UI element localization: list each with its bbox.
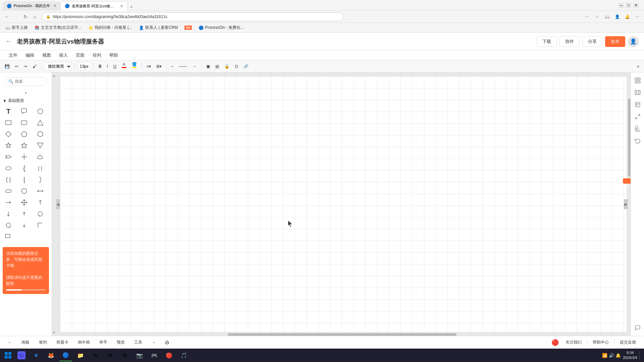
notification-icon[interactable]: 🔔 bbox=[615, 353, 621, 358]
lock-button[interactable]: 🔒 bbox=[222, 62, 231, 71]
to-back-button[interactable]: ▤ bbox=[213, 62, 221, 71]
taskbar-media[interactable]: 🎵 bbox=[177, 349, 191, 361]
link-button[interactable]: 🔗 bbox=[241, 62, 251, 71]
shape-brace-left[interactable]: { bbox=[18, 163, 30, 173]
taskbar-ie[interactable]: e bbox=[30, 349, 43, 361]
shape-triangle[interactable] bbox=[35, 118, 46, 128]
help-center-button[interactable]: 帮助中心 bbox=[589, 338, 613, 347]
shape-hexagon[interactable] bbox=[35, 129, 46, 139]
distribute-button[interactable]: ⊞▾ bbox=[154, 62, 164, 71]
scrollbar-thumb-h[interactable] bbox=[228, 333, 457, 336]
attachment-button[interactable] bbox=[632, 123, 643, 134]
shape-corner-l[interactable] bbox=[35, 220, 46, 230]
taskbar-cortana[interactable]: ⬡ bbox=[15, 349, 28, 361]
group-button[interactable]: ⊡ bbox=[233, 62, 240, 71]
bookmark-survey[interactable]: ⭐ 我的问卷 - 问卷星 (... bbox=[86, 24, 135, 31]
italic-button[interactable]: I bbox=[105, 62, 110, 71]
font-size-input[interactable] bbox=[77, 62, 91, 70]
system-clock[interactable]: 9:34 2020/3/4 bbox=[623, 350, 637, 361]
menu-arrange[interactable]: 排列 bbox=[89, 51, 105, 60]
show-desktop-button[interactable] bbox=[639, 351, 641, 359]
extensions-button[interactable]: ⋯ bbox=[583, 13, 591, 21]
shape-line[interactable]: | bbox=[18, 175, 30, 185]
close-button[interactable]: ✕ bbox=[633, 3, 639, 8]
shape-cross[interactable] bbox=[18, 152, 30, 162]
canvas-mode-button[interactable]: 画板 bbox=[17, 338, 34, 347]
scrollbar-thumb-v[interactable] bbox=[628, 99, 631, 177]
shape-text[interactable]: T bbox=[3, 106, 14, 116]
history-button[interactable] bbox=[632, 135, 643, 146]
home-button[interactable]: ⌂ bbox=[31, 13, 39, 21]
shape-oval[interactable] bbox=[3, 163, 14, 173]
canvas-area[interactable]: ◀ ▶ bbox=[56, 72, 631, 336]
shape-loop-cw[interactable] bbox=[3, 220, 14, 230]
bookmark-dict[interactable]: 📚 文言文字典|古汉语字... bbox=[32, 24, 84, 31]
taskbar-store[interactable]: 🛍 bbox=[103, 349, 117, 361]
shape-up-arrow[interactable] bbox=[35, 197, 46, 207]
reader-button[interactable]: 📖 bbox=[603, 13, 611, 21]
collapse-toolbar-button[interactable]: » bbox=[635, 62, 641, 71]
canvas-inner[interactable] bbox=[60, 76, 627, 332]
raise-hand-button[interactable]: 举手 bbox=[95, 338, 111, 347]
browser-tab-2[interactable]: 🔵 老男孩教育-阿里云vs物理服务器... ✕ bbox=[60, 1, 127, 11]
shape-rect[interactable] bbox=[3, 118, 14, 128]
fullscreen-button[interactable] bbox=[632, 111, 643, 122]
answer-card-button[interactable]: 答题卡 bbox=[52, 338, 72, 347]
scroll-up-button[interactable]: ▲ bbox=[0, 90, 52, 95]
menu-file[interactable]: 文件 bbox=[5, 51, 21, 60]
bookmark-processon[interactable]: 🔵 ProcessOn - 免费在... bbox=[196, 24, 247, 31]
account-button[interactable]: 👤 bbox=[613, 13, 621, 21]
shapes-category-basic[interactable]: ▼ 基础图形 bbox=[3, 97, 49, 105]
avatar[interactable]: 👤 bbox=[628, 36, 639, 47]
shape-callout[interactable] bbox=[18, 106, 30, 116]
shape-up-small[interactable] bbox=[18, 209, 30, 219]
shape-brace-both[interactable]: { } bbox=[35, 163, 46, 173]
horizontal-scrollbar[interactable] bbox=[56, 333, 628, 336]
menu-page[interactable]: 页面 bbox=[72, 51, 88, 60]
taskbar-camera[interactable]: 📷 bbox=[133, 349, 146, 361]
shape-star5[interactable] bbox=[18, 140, 30, 150]
shape-lr-arrow[interactable] bbox=[35, 186, 46, 196]
shape-rounded-rect[interactable] bbox=[18, 118, 30, 128]
power-button[interactable]: ⏻ bbox=[161, 339, 173, 346]
download-button[interactable]: 下载 bbox=[537, 36, 557, 47]
bookmark-star-button[interactable]: ☆ bbox=[593, 13, 601, 21]
taskbar-firefox[interactable]: 🦊 bbox=[44, 349, 58, 361]
notifications-button[interactable]: 🔔 bbox=[623, 13, 631, 21]
undo-button[interactable]: ↩ bbox=[13, 62, 20, 71]
collaborate-button[interactable]: 协作 bbox=[559, 36, 580, 47]
minimize-button[interactable]: — bbox=[619, 3, 624, 8]
bookmark-getstarted[interactable]: 📖 新手上路 bbox=[3, 24, 31, 31]
redo-button[interactable]: ↪ bbox=[22, 62, 29, 71]
fit-view-button[interactable] bbox=[632, 75, 643, 86]
taskbar-files[interactable]: 📁 bbox=[74, 349, 87, 361]
shape-diamond[interactable] bbox=[3, 129, 14, 139]
scroll-left-down-button[interactable]: ▼ bbox=[52, 331, 56, 336]
tab2-close[interactable]: ✕ bbox=[120, 4, 123, 8]
shape-star6[interactable] bbox=[3, 140, 14, 150]
start-button[interactable] bbox=[3, 350, 13, 361]
prev-page-button[interactable]: ← bbox=[4, 339, 16, 346]
menu-help[interactable]: 帮助 bbox=[106, 51, 121, 60]
publish-button[interactable]: 发布 bbox=[605, 36, 625, 47]
shape-down-triangle[interactable] bbox=[35, 140, 46, 150]
shape-notch-arrow[interactable] bbox=[3, 152, 14, 162]
right-scroll-arrow[interactable]: ▶ bbox=[624, 199, 628, 209]
feedback-tab[interactable]: 反馈 bbox=[623, 178, 631, 184]
line-style-button[interactable]: —— bbox=[177, 62, 189, 71]
new-tab-button[interactable]: + bbox=[127, 3, 135, 11]
taskbar-mail[interactable]: ✉ bbox=[89, 349, 102, 361]
shape-rect-small[interactable] bbox=[3, 232, 14, 242]
shape-down-small[interactable] bbox=[18, 220, 30, 230]
connection-button[interactable]: ⌐ bbox=[169, 62, 176, 71]
shape-down-arrow[interactable] bbox=[3, 209, 14, 219]
bookmark-crm[interactable]: 👤 联系人 | 麦客CRM bbox=[136, 24, 180, 31]
browser-tab-1[interactable]: 🔵 ProcessOn - 我的文件 ✕ bbox=[3, 1, 60, 11]
bookmark-on[interactable]: On bbox=[182, 25, 195, 31]
arrow-style-button[interactable]: → bbox=[191, 62, 199, 71]
shape-4way-arrow[interactable] bbox=[18, 197, 30, 207]
share-button[interactable]: 分享 bbox=[582, 36, 602, 47]
font-family-select[interactable]: 微软雅黑 bbox=[44, 62, 72, 70]
taskbar-settings[interactable]: ⚙ bbox=[118, 349, 131, 361]
menu-view[interactable]: 视图 bbox=[39, 51, 54, 60]
